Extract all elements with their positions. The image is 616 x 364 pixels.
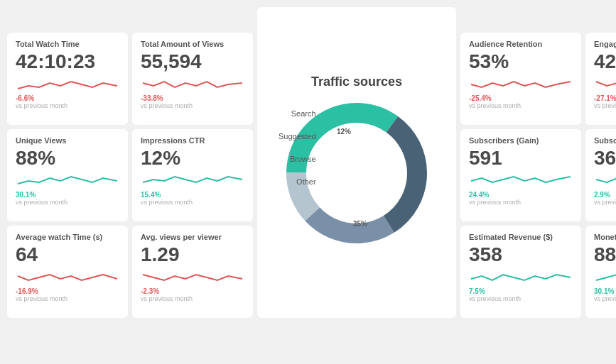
avg-views-vs: vs previous month [141, 295, 244, 302]
avg-watch-chart [16, 269, 119, 286]
subs-lost-value: 36 [594, 148, 616, 170]
svg-point-5 [307, 123, 406, 223]
label-other: Other [279, 177, 316, 186]
monetized-vs: vs previous month [594, 295, 616, 302]
subs-gain-vs: vs previous month [469, 199, 573, 206]
total-watch-value: 42:10:23 [16, 51, 119, 73]
svg-text:22%: 22% [382, 153, 396, 160]
card-audience-ret: Audience Retention 53% -25.4% vs previou… [460, 33, 581, 125]
subs-lost-change: 2.9% [594, 191, 616, 199]
subs-lost-vs: vs previous month [594, 199, 616, 206]
unique-views-value: 88% [16, 148, 119, 170]
card-avg-watch: Average watch Time (s) 64 -16.9% vs prev… [7, 226, 128, 318]
est-revenue-vs: vs previous month [469, 295, 573, 302]
card-total-watch: Total Watch Time 42:10:23 -6.6% vs previ… [7, 33, 128, 125]
avg-views-value: 1.29 [141, 244, 244, 266]
card-monetized: Monetized playbacks (%) 88% 30.1% vs pre… [585, 226, 616, 318]
subs-gain-change: 24.4% [469, 191, 573, 199]
audience-ret-label: Audience Retention [469, 40, 573, 48]
monetized-value: 88% [594, 244, 616, 266]
imp-ctr-label: Impressions CTR [141, 136, 244, 145]
est-revenue-label: Estimated Revenue ($) [469, 233, 573, 241]
engagement-change: -27.1% [594, 94, 616, 102]
subs-gain-chart [469, 172, 573, 189]
total-views-chart [141, 76, 244, 93]
total-watch-vs: vs previous month [16, 102, 119, 109]
imp-ctr-change: 15.4% [141, 191, 244, 199]
total-views-value: 55,594 [141, 51, 244, 73]
monetized-chart [594, 269, 616, 286]
avg-views-change: -2.3% [141, 287, 244, 295]
avg-watch-vs: vs previous month [16, 295, 119, 302]
imp-ctr-chart [141, 172, 244, 189]
label-browse: Browse [279, 155, 316, 163]
total-views-change: -33.8% [141, 94, 244, 102]
unique-views-vs: vs previous month [16, 199, 119, 206]
unique-views-change: 30.1% [16, 191, 119, 199]
card-unique-views: Unique Views 88% 30.1% vs previous month [7, 129, 128, 221]
audience-ret-value: 53% [469, 51, 573, 73]
card-subs-lost: Subscribers (Lost) 36 2.9% vs previous m… [585, 129, 616, 221]
total-views-vs: vs previous month [141, 102, 244, 109]
donut-chart-container: Search Suggested Browse Other [279, 95, 435, 251]
avg-watch-label: Average watch Time (s) [16, 233, 119, 241]
total-watch-chart [16, 76, 119, 93]
imp-ctr-value: 12% [141, 148, 244, 170]
card-imp-ctr: Impressions CTR 12% 15.4% vs previous mo… [132, 129, 253, 221]
card-avg-views: Avg. views per viewer 1.29 -2.3% vs prev… [132, 226, 253, 318]
label-search: Search [279, 109, 316, 118]
card-subs-gain: Subscribers (Gain) 591 24.4% vs previous… [460, 129, 581, 221]
total-watch-change: -6.6% [16, 94, 119, 102]
card-est-revenue: Estimated Revenue ($) 358 7.5% vs previo… [460, 226, 581, 318]
total-watch-label: Total Watch Time [16, 40, 119, 48]
engagement-value: 42,419 [594, 51, 616, 73]
subs-gain-value: 591 [469, 148, 573, 170]
avg-watch-value: 64 [16, 244, 119, 266]
card-engagement: Engagement 42,419 -27.1% vs previous mon… [585, 33, 616, 125]
est-revenue-value: 358 [469, 244, 573, 266]
svg-text:12%: 12% [337, 128, 351, 136]
subs-lost-chart [594, 172, 616, 189]
donut-labels: Search Suggested Browse Other [279, 109, 316, 186]
monetized-change: 30.1% [594, 287, 616, 295]
card-total-views: Total Amount of Views 55,594 -33.8% vs p… [132, 33, 253, 125]
label-suggested: Suggested [279, 132, 316, 140]
unique-views-label: Unique Views [16, 136, 119, 145]
subs-lost-label: Subscribers (Lost) [594, 136, 616, 145]
audience-ret-vs: vs previous month [469, 102, 573, 109]
audience-ret-chart [469, 76, 573, 93]
svg-text:31%: 31% [384, 192, 398, 199]
traffic-card: Traffic sources Search Suggested Browse … [257, 7, 456, 318]
est-revenue-change: 7.5% [469, 287, 573, 295]
dashboard: Total Watch Time 42:10:23 -6.6% vs previ… [0, 0, 616, 364]
unique-views-chart [16, 172, 119, 189]
est-revenue-chart [469, 269, 573, 286]
traffic-title: Traffic sources [311, 75, 402, 89]
avg-views-chart [141, 269, 244, 286]
total-views-label: Total Amount of Views [141, 40, 244, 48]
engagement-chart [594, 76, 616, 93]
avg-watch-change: -16.9% [16, 287, 119, 295]
engagement-label: Engagement [594, 40, 616, 48]
monetized-label: Monetized playbacks (%) [594, 233, 616, 241]
avg-views-label: Avg. views per viewer [141, 233, 244, 241]
svg-text:35%: 35% [353, 220, 367, 228]
engagement-vs: vs previous month [594, 102, 616, 109]
audience-ret-change: -25.4% [469, 94, 573, 102]
subs-gain-label: Subscribers (Gain) [469, 136, 573, 145]
imp-ctr-vs: vs previous month [141, 199, 244, 206]
